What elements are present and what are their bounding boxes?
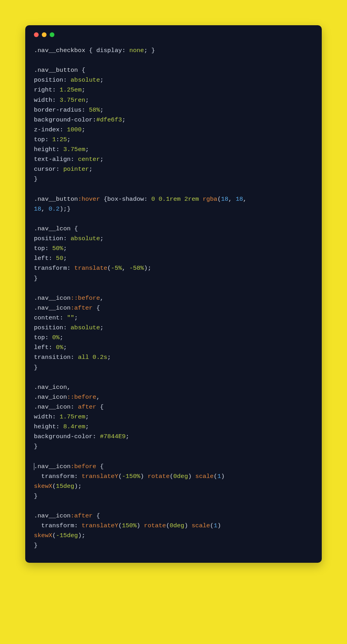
selector: .nav__icon <box>34 295 71 302</box>
close-icon[interactable] <box>34 32 39 37</box>
selector: .nav__button <box>34 196 78 203</box>
code-window: .nav__checkbox { display: none; } .nav__… <box>25 25 322 563</box>
selector: .nav__icon <box>34 463 71 470</box>
code-editor[interactable]: .nav__checkbox { display: none; } .nav__… <box>34 46 313 551</box>
selector: .nav__lcon <box>34 225 71 232</box>
window-controls <box>34 32 313 37</box>
css-property: display <box>96 47 122 54</box>
selector: .nav_icon <box>34 384 67 391</box>
css-function: rgba <box>203 196 217 203</box>
pseudo-element: ::before <box>71 295 100 302</box>
pseudo-class: :hover <box>78 196 100 203</box>
css-function: translate <box>74 265 107 272</box>
selector: .nav__button <box>34 67 78 74</box>
selector: .nav__checkbox <box>34 47 85 54</box>
css-value: none <box>129 47 144 54</box>
selector: .nav__icon <box>34 512 71 519</box>
zoom-icon[interactable] <box>50 32 54 37</box>
minimize-icon[interactable] <box>42 32 47 37</box>
